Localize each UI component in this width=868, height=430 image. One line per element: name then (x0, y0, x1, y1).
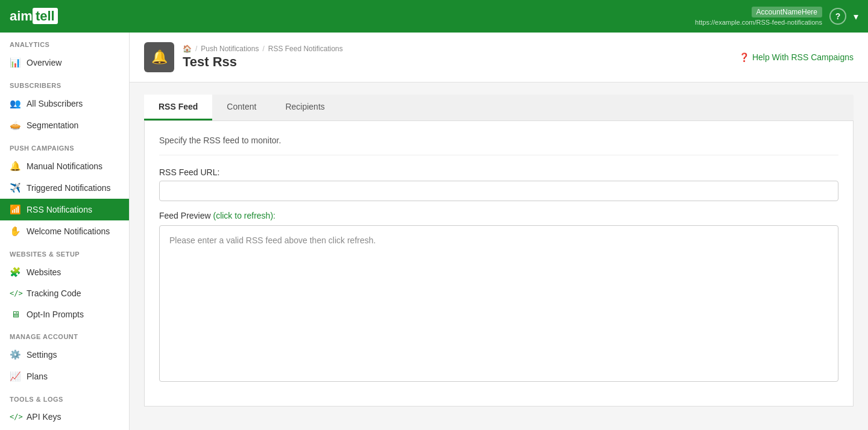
rss-feed-url-group: RSS Feed URL: (159, 167, 838, 201)
sidebar-label-api-keys: API Keys (27, 412, 61, 422)
page-header-left: 🔔 🏠 / Push Notifications / RSS Feed Noti… (144, 42, 343, 72)
page-title: Test Rss (183, 54, 343, 70)
sidebar-item-manual-notifications[interactable]: 🔔 Manual Notifications (0, 155, 129, 177)
content-panel: Specify the RSS feed to monitor. RSS Fee… (144, 121, 854, 407)
tab-content[interactable]: Content (212, 95, 271, 120)
all-subscribers-icon: 👥 (10, 98, 20, 109)
page-bell-icon: 🔔 (151, 49, 168, 65)
feed-preview-label: Feed Preview (click to refresh): (159, 211, 838, 220)
manual-notifications-icon: 🔔 (10, 161, 20, 172)
sidebar-item-rss-notifications[interactable]: 📶 RSS Notifications (0, 199, 129, 220)
sidebar-label-overview: Overview (27, 58, 61, 67)
tab-description: Specify the RSS feed to monitor. (159, 136, 838, 155)
sidebar-item-overview[interactable]: 📊 Overview (0, 52, 129, 73)
sidebar-label-welcome-notifications: Welcome Notifications (27, 226, 110, 236)
sidebar-label-plans: Plans (27, 372, 48, 381)
sidebar-item-settings[interactable]: ⚙️ Settings (0, 344, 129, 366)
breadcrumb-push-notifications[interactable]: Push Notifications (201, 45, 259, 53)
rss-notifications-icon: 📶 (10, 204, 20, 215)
section-tools-logs: TOOLS & LOGS (0, 387, 129, 407)
sidebar: ANALYTICS 📊 Overview SUBSCRIBERS 👥 All S… (0, 33, 130, 430)
feed-preview-placeholder: Please enter a valid RSS feed above then… (169, 235, 376, 245)
sidebar-label-manual-notifications: Manual Notifications (27, 161, 102, 171)
breadcrumb-sep1: / (195, 45, 197, 53)
sidebar-item-welcome-notifications[interactable]: ✋ Welcome Notifications (0, 220, 129, 242)
tab-rss-feed[interactable]: RSS Feed (144, 95, 212, 120)
opt-in-prompts-icon: 🖥 (10, 309, 20, 319)
topbar-right: AccountNameHere https://example.com/RSS-… (695, 7, 858, 26)
breadcrumb-home-icon[interactable]: 🏠 (183, 45, 192, 53)
feed-preview-group: Feed Preview (click to refresh): Please … (159, 211, 838, 382)
sidebar-label-settings: Settings (27, 350, 57, 360)
section-push-campaigns: PUSH CAMPAIGNS (0, 136, 129, 155)
sidebar-label-opt-in-prompts: Opt-In Prompts (27, 310, 84, 319)
sidebar-label-rss-notifications: RSS Notifications (27, 205, 92, 214)
sidebar-item-opt-in-prompts[interactable]: 🖥 Opt-In Prompts (0, 304, 129, 325)
overview-icon: 📊 (10, 57, 20, 68)
rss-feed-url-input[interactable] (159, 181, 838, 201)
sidebar-item-triggered-notifications[interactable]: ✈️ Triggered Notifications (0, 177, 129, 199)
settings-icon: ⚙️ (10, 349, 20, 360)
help-link-text: Help With RSS Campaigns (752, 52, 854, 62)
breadcrumb-nav: 🏠 / Push Notifications / RSS Feed Notifi… (183, 45, 343, 53)
sidebar-item-api-keys[interactable]: </> API Keys (0, 407, 129, 427)
sidebar-label-triggered-notifications: Triggered Notifications (27, 183, 111, 193)
help-button[interactable]: ? (829, 8, 846, 25)
sidebar-label-tracking-code: Tracking Code (27, 288, 81, 298)
breadcrumb-sep2: / (262, 45, 264, 53)
help-icon: ❓ (739, 52, 749, 62)
section-subscribers: SUBSCRIBERS (0, 73, 129, 93)
main-content: 🔔 🏠 / Push Notifications / RSS Feed Noti… (130, 33, 868, 430)
section-websites-setup: WEBSITES & SETUP (0, 242, 129, 261)
tabs-bar: RSS Feed Content Recipients (144, 95, 854, 121)
websites-icon: 🧩 (10, 267, 20, 278)
section-manage-account: MANAGE ACCOUNT (0, 325, 129, 344)
breadcrumb-current: RSS Feed Notifications (268, 45, 343, 53)
feed-preview-text: Feed Preview (159, 211, 211, 220)
page-header: 🔔 🏠 / Push Notifications / RSS Feed Noti… (130, 33, 868, 83)
page-icon-box: 🔔 (144, 42, 174, 72)
triggered-notifications-icon: ✈️ (10, 182, 20, 193)
account-url: https://example.com/RSS-feed-notificatio… (695, 19, 822, 26)
feed-preview-box: Please enter a valid RSS feed above then… (159, 225, 838, 382)
topbar-account: AccountNameHere https://example.com/RSS-… (695, 7, 822, 26)
logo-box: tell (33, 8, 58, 24)
logo-text: aimtell (10, 8, 58, 24)
logo: aimtell (10, 8, 58, 24)
plans-icon: 📈 (10, 371, 20, 382)
segmentation-icon: 🥧 (10, 120, 20, 131)
tab-recipients[interactable]: Recipients (271, 95, 339, 120)
sidebar-item-websites[interactable]: 🧩 Websites (0, 261, 129, 283)
sidebar-item-plans[interactable]: 📈 Plans (0, 366, 129, 387)
account-name: AccountNameHere (752, 7, 822, 17)
dropdown-button[interactable]: ▾ (854, 11, 858, 22)
sidebar-item-all-subscribers[interactable]: 👥 All Subscribers (0, 93, 129, 114)
rss-feed-url-label: RSS Feed URL: (159, 167, 838, 177)
sidebar-label-segmentation: Segmentation (27, 120, 78, 130)
breadcrumb: 🏠 / Push Notifications / RSS Feed Notifi… (183, 45, 343, 70)
topbar: aimtell AccountNameHere https://example.… (0, 0, 868, 33)
layout: ANALYTICS 📊 Overview SUBSCRIBERS 👥 All S… (0, 33, 868, 430)
help-campaigns-link[interactable]: ❓ Help With RSS Campaigns (739, 52, 854, 62)
sidebar-item-segmentation[interactable]: 🥧 Segmentation (0, 114, 129, 136)
tracking-code-icon: </> (10, 289, 20, 298)
sidebar-label-websites: Websites (27, 267, 61, 277)
api-keys-icon: </> (10, 413, 20, 421)
section-analytics: ANALYTICS (0, 33, 129, 52)
sidebar-item-tracking-code[interactable]: </> Tracking Code (0, 283, 129, 304)
feed-preview-refresh-link[interactable]: (click to refresh): (213, 211, 275, 220)
sidebar-label-all-subscribers: All Subscribers (27, 99, 83, 108)
welcome-notifications-icon: ✋ (10, 226, 20, 237)
